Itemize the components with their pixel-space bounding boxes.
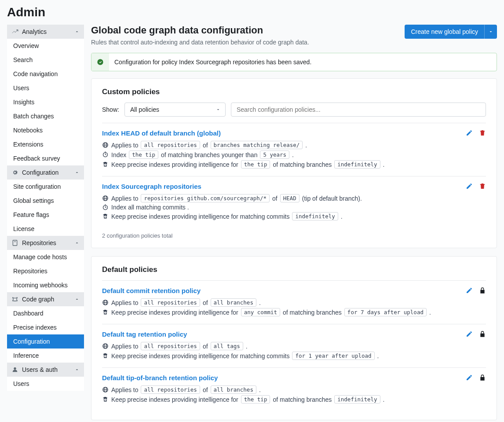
- policy-tag: indefinitely: [292, 212, 338, 220]
- sidebar-item-precise-indexes[interactable]: Precise indexes: [7, 320, 84, 334]
- policy-detail-line: Index the tip of matching branches young…: [102, 150, 486, 159]
- sidebar-item-configuration[interactable]: Configuration: [7, 334, 84, 349]
- policy-tag: 5 years: [260, 150, 289, 159]
- alert-message: Configuration for policy Index Sourcegra…: [114, 53, 311, 71]
- policy-tag: branches matching release/: [211, 141, 303, 149]
- edit-icon[interactable]: [466, 287, 473, 294]
- policy-text: of matching branches: [273, 396, 332, 403]
- sidebar-section-label: Repositories: [22, 239, 56, 246]
- sidebar-section-configuration[interactable]: Configuration: [7, 165, 84, 180]
- default-policies-heading: Default policies: [102, 265, 486, 274]
- policy-text: .: [292, 151, 294, 158]
- policy-tag: all repositories: [141, 342, 200, 350]
- sidebar-section-codegraph[interactable]: Code graph: [7, 292, 84, 306]
- sidebar-item-feature-flags[interactable]: Feature flags: [7, 208, 84, 222]
- policy-search-input[interactable]: [231, 103, 486, 117]
- policy-actions: [466, 330, 486, 338]
- create-policy-dropdown-button[interactable]: [484, 25, 497, 39]
- sidebar-item-overview[interactable]: Overview: [7, 39, 84, 53]
- trash-clock-icon: [102, 352, 109, 359]
- page-title: Admin: [7, 0, 497, 25]
- policy-text: .: [259, 299, 261, 306]
- policy-text: Applies to: [111, 142, 138, 149]
- policy-tag: indefinitely: [334, 160, 380, 169]
- lock-icon: [479, 374, 486, 381]
- chevron-up-icon: [74, 297, 80, 302]
- sidebar-section-users-auth[interactable]: Users & auth: [7, 363, 84, 377]
- policy-tag: the tip: [241, 160, 270, 169]
- sidebar-codegraph-items: DashboardPrecise indexesConfigurationInf…: [7, 306, 84, 363]
- sidebar-item-incoming-webhooks[interactable]: Incoming webhooks: [7, 278, 84, 292]
- policy-filter-select[interactable]: All policies: [124, 103, 226, 117]
- policy-text: .: [341, 213, 343, 220]
- sidebar-item-dashboard[interactable]: Dashboard: [7, 306, 84, 320]
- edit-icon[interactable]: [466, 330, 473, 338]
- policy-text: Keep precise indexes providing intellige…: [111, 309, 238, 316]
- sidebar-item-license[interactable]: License: [7, 222, 84, 236]
- sidebar-item-notebooks[interactable]: Notebooks: [7, 123, 84, 137]
- sidebar-section-analytics[interactable]: Analytics: [7, 25, 84, 39]
- policy-detail-line: Keep precise indexes providing intellige…: [102, 160, 486, 169]
- svg-point-0: [97, 59, 103, 65]
- policy-detail-line: Applies to repositories github.com/sourc…: [102, 194, 486, 202]
- sidebar-users-auth-items: Users: [7, 377, 84, 391]
- policy-detail-line: Keep precise indexes providing intellige…: [102, 395, 486, 404]
- sidebar-item-feedback-survey[interactable]: Feedback survey: [7, 151, 84, 165]
- sidebar-item-users[interactable]: Users: [7, 81, 84, 95]
- policy-text: Applies to: [111, 195, 138, 202]
- sidebar-item-inference[interactable]: Inference: [7, 349, 84, 363]
- sidebar-item-insights[interactable]: Insights: [7, 95, 84, 109]
- delete-icon[interactable]: [479, 129, 486, 136]
- policy-detail-line: Applies to all repositories of all branc…: [102, 298, 486, 307]
- policy-text: .: [377, 352, 379, 360]
- policy-tag: all repositories: [141, 385, 200, 394]
- sidebar-item-extensions[interactable]: Extensions: [7, 137, 84, 151]
- edit-icon[interactable]: [466, 129, 473, 136]
- web-icon: [102, 299, 109, 306]
- policy-text: Applies to: [111, 343, 138, 350]
- policy-item: Default tip-of-branch retention policyAp…: [102, 368, 486, 411]
- policy-title-link[interactable]: Default tip-of-branch retention policy: [102, 374, 218, 382]
- policy-title-link[interactable]: Default tag retention policy: [102, 330, 187, 338]
- success-alert: Configuration for policy Index Sourcegra…: [91, 53, 497, 71]
- create-policy-button[interactable]: Create new global policy: [405, 25, 484, 39]
- policy-text: .: [246, 343, 248, 350]
- policy-item: Index HEAD of default branch (global)App…: [102, 123, 486, 176]
- sidebar-item-code-navigation[interactable]: Code navigation: [7, 67, 84, 81]
- sidebar-item-search[interactable]: Search: [7, 53, 84, 67]
- web-icon: [102, 343, 109, 349]
- sidebar-item-manage-code-hosts[interactable]: Manage code hosts: [7, 250, 84, 264]
- policy-tag: all branches: [211, 385, 256, 394]
- sidebar-item-global-settings[interactable]: Global settings: [7, 194, 84, 208]
- policy-tag: all repositories: [141, 141, 200, 149]
- policy-text: of: [203, 299, 208, 306]
- policy-detail-line: Keep precise indexes providing intellige…: [102, 212, 486, 220]
- timer-icon: [102, 204, 109, 211]
- graph-icon: [11, 296, 18, 303]
- policy-tag: repositories github.com/sourcegraph/*: [141, 194, 269, 202]
- sidebar-item-batch-changes[interactable]: Batch changes: [7, 109, 84, 123]
- sidebar-item-users[interactable]: Users: [7, 377, 84, 391]
- sidebar-item-repositories[interactable]: Repositories: [7, 264, 84, 278]
- policy-text: of: [203, 343, 208, 350]
- trash-clock-icon: [102, 396, 109, 403]
- policy-title-link[interactable]: Index HEAD of default branch (global): [102, 129, 221, 137]
- policy-text: Index all matching commits .: [111, 204, 189, 211]
- policy-text: Index: [111, 151, 126, 158]
- edit-icon[interactable]: [466, 374, 473, 381]
- sidebar-item-site-configuration[interactable]: Site configuration: [7, 180, 84, 194]
- delete-icon[interactable]: [479, 183, 486, 190]
- policy-actions: [466, 183, 486, 190]
- policy-title-link[interactable]: Default commit retention policy: [102, 287, 201, 294]
- policy-text: of: [203, 142, 208, 149]
- policy-detail-line: Applies to all repositories of all branc…: [102, 385, 486, 394]
- admin-sidebar: Analytics OverviewSearchCode navigationU…: [7, 25, 84, 422]
- sidebar-section-repositories[interactable]: Repositories: [7, 236, 84, 250]
- policy-text: Keep precise indexes providing intellige…: [111, 161, 238, 168]
- timer-icon: [102, 151, 109, 158]
- policy-title-link[interactable]: Index Sourcegraph repositories: [102, 183, 201, 190]
- chevron-down-icon: [215, 107, 221, 112]
- policy-tag: any commit: [241, 308, 280, 316]
- edit-icon[interactable]: [466, 183, 473, 190]
- sidebar-repositories-items: Manage code hostsRepositoriesIncoming we…: [7, 250, 84, 292]
